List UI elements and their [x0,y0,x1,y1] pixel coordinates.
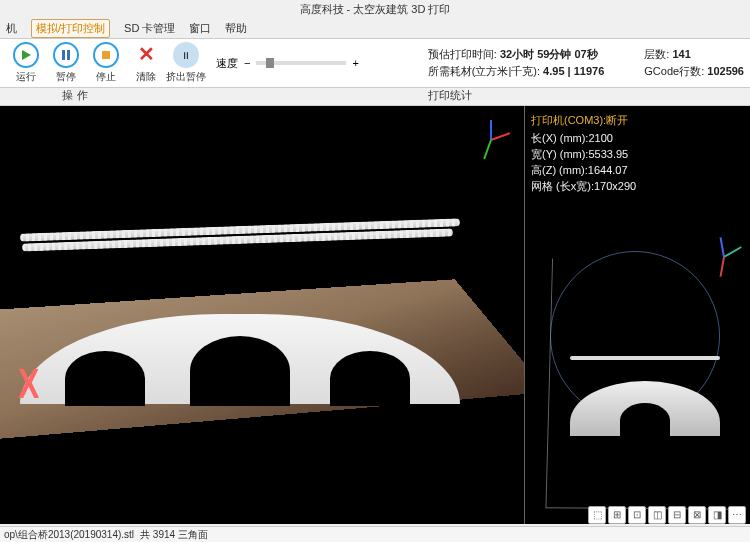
menu-help[interactable]: 帮助 [225,21,247,36]
ops-label: 操 作 [0,88,150,105]
speed-minus[interactable]: − [244,57,250,69]
x-icon: ✕ [133,42,159,68]
menu-sdcard[interactable]: SD 卡管理 [124,21,175,36]
pause-button[interactable]: 暂停 [46,42,86,84]
tool-4[interactable]: ◫ [648,506,666,524]
tool-8[interactable]: ⋯ [728,506,746,524]
model-bridge [20,244,460,404]
tool-2[interactable]: ⊞ [608,506,626,524]
extrude-pause-button[interactable]: ⏸ 挤出暂停 [166,42,206,84]
stats-label: 打印统计 [150,88,750,105]
tool-1[interactable]: ⬚ [588,506,606,524]
tool-3[interactable]: ⊡ [628,506,646,524]
stop-button[interactable]: 停止 [86,42,126,84]
run-button[interactable]: 运行 [6,42,46,84]
tool-5[interactable]: ⊟ [668,506,686,524]
menu-window[interactable]: 窗口 [189,21,211,36]
printer-info: 打印机(COM3):断开 长(X) (mm):2100 宽(Y) (mm):55… [531,112,636,194]
viewports: X 打印机(COM3):断开 长(X) (mm):2100 宽(Y) (mm):… [0,106,750,524]
svg-rect-1 [62,50,65,60]
stats-panel: 预估打印时间: 32小时 59分钟 07秒 所需耗材(立方米|千克): 4.95… [428,45,744,81]
status-tris: 共 3914 三角面 [140,527,208,542]
status-bar: op\组合桥2013(20190314).stl 共 3914 三角面 [0,526,750,542]
speed-control[interactable]: 速度 − + [216,56,359,71]
side-model [570,366,720,436]
menu-bar: 机 模拟/打印控制 SD 卡管理 窗口 帮助 [0,18,750,38]
main-viewport[interactable]: X [0,106,525,524]
status-file: op\组合桥2013(20190314).stl [4,527,134,542]
window-title: 高度科技 - 太空灰建筑 3D 打印 [0,0,750,18]
toolbar: 运行 暂停 停止 ✕ 清除 ⏸ 挤出暂停 速度 − + 预估打印时间: 32小时… [0,38,750,88]
svg-marker-0 [22,50,31,60]
svg-rect-2 [67,50,70,60]
sub-bar: 操 作 打印统计 [0,88,750,106]
bottom-toolbar: ⬚ ⊞ ⊡ ◫ ⊟ ⊠ ◨ ⋯ [588,506,746,524]
x-axis-marker: X [18,360,39,408]
svg-rect-3 [102,51,110,59]
side-viewport[interactable]: 打印机(COM3):断开 长(X) (mm):2100 宽(Y) (mm):55… [525,106,750,524]
tool-6[interactable]: ⊠ [688,506,706,524]
menu-machine[interactable]: 机 [6,21,17,36]
speed-label: 速度 [216,56,238,71]
extrude-icon: ⏸ [173,42,199,68]
tool-7[interactable]: ◨ [708,506,726,524]
axis-gizmo[interactable] [466,114,516,164]
menu-simulate[interactable]: 模拟/打印控制 [31,19,110,38]
speed-plus[interactable]: + [352,57,358,69]
clear-button[interactable]: ✕ 清除 [126,42,166,84]
speed-slider[interactable] [256,61,346,65]
